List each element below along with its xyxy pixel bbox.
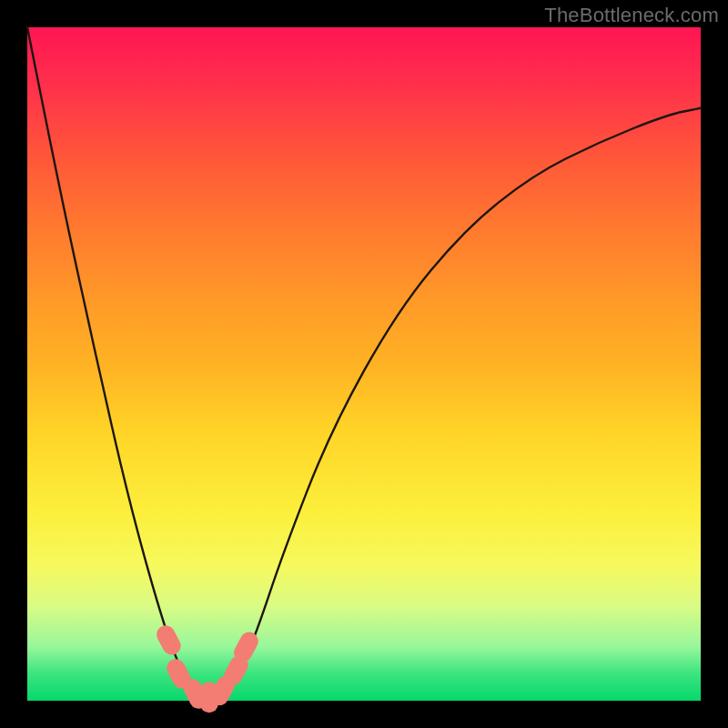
chart-frame: TheBottleneck.com xyxy=(0,0,728,728)
plot-background xyxy=(27,27,701,701)
curve-marker xyxy=(154,622,185,658)
bottleneck-curve xyxy=(27,27,701,700)
chart-svg xyxy=(27,27,701,701)
site-watermark: TheBottleneck.com xyxy=(544,4,719,27)
curve-markers xyxy=(154,622,262,713)
